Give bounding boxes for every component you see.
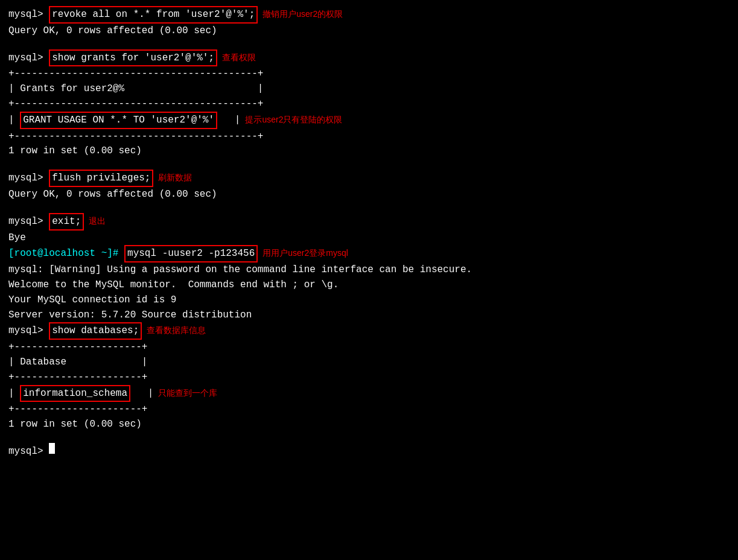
terminal-line-18: Welcome to the MySQL monitor. Commands e… [8, 278, 730, 293]
terminal-line-16: [root@localhost ~]# mysql -uuser2 -p1234… [8, 245, 730, 262]
mysql-prompt: mysql> [8, 7, 49, 22]
terminal-line-20: Server version: 5.7.20 Source distributi… [8, 308, 730, 323]
root-prompt: [root@localhost ~]# [8, 246, 124, 261]
terminal-line-22: +----------------------+ [8, 340, 730, 355]
terminal-line-1: Query OK, 0 rows affected (0.00 sec) [8, 24, 730, 39]
terminal-line-14: mysql> exit;退出 [8, 213, 730, 231]
mysql-command[interactable]: show grants for 'user2'@'%'; [49, 49, 217, 67]
terminal-line-15: Bye [8, 231, 730, 246]
mysql-command[interactable]: exit; [49, 213, 84, 231]
terminal-line-12: Query OK, 0 rows affected (0.00 sec) [8, 187, 730, 202]
terminal-line-8: +---------------------------------------… [8, 129, 730, 144]
mysql-prompt-cursor: mysql> [8, 444, 49, 459]
terminal-line-19: Your MySQL connection id is 9 [8, 293, 730, 308]
command-annotation: 退出 [89, 215, 106, 228]
terminal-line-5: | Grants for user2@% | [8, 81, 730, 97]
terminal-line-17: mysql: [Warning] Using a password on the… [8, 262, 730, 278]
terminal-line-23: | Database | [8, 355, 730, 370]
terminal-line-10 [8, 159, 730, 170]
terminal-line-11: mysql> flush privileges;刷新数据 [8, 170, 730, 187]
mysql-prompt: mysql> [8, 214, 49, 229]
terminal-line-21: mysql> show databases;查看数据库信息 [8, 322, 730, 340]
terminal-line-9: 1 row in set (0.00 sec) [8, 144, 730, 159]
table-pipe-end: | [217, 113, 240, 128]
terminal-line-2 [8, 39, 730, 49]
terminal-line-3: mysql> show grants for 'user2'@'%';查看权限 [8, 49, 730, 67]
command-annotation: 用用户user2登录mysql [262, 247, 348, 260]
table-boxed-content: information_schema [20, 385, 130, 402]
command-annotation: 撤销用户user2的权限 [262, 8, 343, 21]
table-pipe-start: | [8, 386, 20, 401]
command-annotation: 查看权限 [222, 51, 256, 65]
terminal-line-27: 1 row in set (0.00 sec) [8, 417, 730, 432]
terminal-line-26: +----------------------+ [8, 402, 730, 417]
terminal-line-28 [8, 432, 730, 443]
table-pipe-start: | [8, 113, 20, 128]
terminal-cursor [49, 443, 55, 454]
terminal-line-0: mysql> revoke all on *.* from 'user2'@'%… [8, 6, 730, 24]
mysql-prompt: mysql> [8, 323, 49, 339]
command-annotation: 查看数据库信息 [147, 324, 206, 337]
terminal-line-24: +----------------------+ [8, 370, 730, 385]
terminal: mysql> revoke all on *.* from 'user2'@'%… [8, 6, 730, 459]
terminal-line-7: | GRANT USAGE ON *.* TO 'user2'@'%' |提示u… [8, 112, 730, 129]
terminal-line-6: +---------------------------------------… [8, 97, 730, 112]
terminal-line-25: | information_schema |只能查到一个库 [8, 385, 730, 402]
mysql-prompt: mysql> [8, 51, 49, 66]
mysql-command[interactable]: revoke all on *.* from 'user2'@'%'; [49, 6, 258, 24]
mysql-command[interactable]: show databases; [49, 322, 142, 340]
terminal-line-13 [8, 202, 730, 213]
root-command[interactable]: mysql -uuser2 -p123456 [124, 245, 258, 262]
mysql-prompt: mysql> [8, 171, 49, 186]
annotation-text: 提示user2只有登陆的权限 [245, 113, 342, 127]
table-boxed-content: GRANT USAGE ON *.* TO 'user2'@'%' [20, 112, 217, 129]
terminal-line-29: mysql> [8, 443, 730, 459]
command-annotation: 刷新数据 [158, 171, 192, 185]
terminal-line-4: +---------------------------------------… [8, 66, 730, 81]
table-pipe-end: | [130, 386, 153, 401]
mysql-command[interactable]: flush privileges; [49, 170, 153, 187]
annotation-text: 只能查到一个库 [158, 387, 217, 400]
